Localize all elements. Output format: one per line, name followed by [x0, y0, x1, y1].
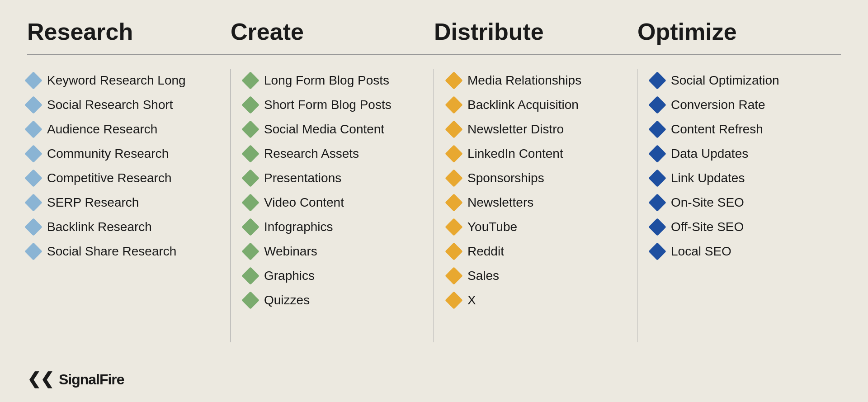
item-label: Media Relationships: [467, 73, 581, 88]
diamond-icon: [648, 218, 666, 236]
list-item: Off-Site SEO: [651, 220, 827, 234]
list-item: Content Refresh: [651, 122, 827, 137]
diamond-icon: [445, 71, 463, 90]
diamond-icon: [24, 120, 42, 138]
diamond-icon: [445, 242, 463, 260]
logo-icon: ❮❮: [27, 369, 53, 388]
list-item: Conversion Rate: [651, 98, 827, 112]
list-item: Link Updates: [651, 171, 827, 185]
item-label: Video Content: [264, 195, 344, 210]
diamond-icon: [445, 169, 463, 187]
logo-text: SignalFire: [59, 371, 124, 388]
item-label: Infographics: [264, 220, 333, 234]
diamond-icon: [241, 242, 259, 260]
list-item: Video Content: [244, 195, 420, 210]
list-item: YouTube: [448, 220, 623, 234]
list-item: On-Site SEO: [651, 195, 827, 210]
diamond-icon: [241, 291, 259, 309]
list-item: Research Assets: [244, 147, 420, 161]
list-item: Newsletter Distro: [448, 122, 623, 137]
distribute-column: Media Relationships Backlink Acquisition…: [434, 69, 637, 342]
diamond-icon: [445, 218, 463, 236]
item-label: Graphics: [264, 269, 315, 283]
item-label: Backlink Acquisition: [467, 98, 579, 112]
item-label: LinkedIn Content: [467, 147, 563, 161]
item-label: Sales: [467, 269, 499, 283]
item-label: Long Form Blog Posts: [264, 73, 389, 88]
item-label: Newsletter Distro: [467, 122, 564, 137]
list-item: X: [448, 293, 623, 307]
main-container: Research Create Distribute Optimize Keyw…: [0, 0, 868, 360]
item-label: Sponsorships: [467, 171, 544, 185]
list-item: Short Form Blog Posts: [244, 98, 420, 112]
list-item: Sales: [448, 269, 623, 283]
item-label: Social Optimization: [671, 73, 779, 88]
diamond-icon: [445, 291, 463, 309]
list-item: Webinars: [244, 244, 420, 259]
diamond-icon: [241, 120, 259, 138]
diamond-icon: [648, 120, 666, 138]
item-label: Research Assets: [264, 147, 359, 161]
list-item: Social Optimization: [651, 73, 827, 88]
item-label: Webinars: [264, 244, 317, 259]
diamond-icon: [241, 145, 259, 163]
diamond-icon: [24, 169, 42, 187]
content-row: Keyword Research Long Social Research Sh…: [27, 69, 841, 342]
diamond-icon: [24, 194, 42, 212]
item-label: Data Updates: [671, 147, 748, 161]
research-column: Keyword Research Long Social Research Sh…: [27, 69, 231, 342]
list-item: Community Research: [27, 147, 217, 161]
list-item: Keyword Research Long: [27, 73, 217, 88]
item-label: Social Share Research: [47, 244, 176, 259]
col-header-optimize: Optimize: [637, 18, 841, 45]
diamond-icon: [648, 242, 666, 260]
item-label: Reddit: [467, 244, 504, 259]
list-item: Sponsorships: [448, 171, 623, 185]
item-label: Audience Research: [47, 122, 157, 137]
diamond-icon: [241, 71, 259, 90]
item-label: Community Research: [47, 147, 169, 161]
diamond-icon: [24, 96, 42, 114]
list-item: Social Research Short: [27, 98, 217, 112]
list-item: Social Share Research: [27, 244, 217, 259]
list-item: Quizzes: [244, 293, 420, 307]
col-header-create: Create: [231, 18, 434, 45]
list-item: Backlink Acquisition: [448, 98, 623, 112]
item-label: Presentations: [264, 171, 341, 185]
diamond-icon: [445, 145, 463, 163]
item-label: Competitive Research: [47, 171, 171, 185]
item-label: Short Form Blog Posts: [264, 98, 392, 112]
item-label: Quizzes: [264, 293, 310, 307]
diamond-icon: [445, 267, 463, 285]
diamond-icon: [648, 194, 666, 212]
diamond-icon: [241, 96, 259, 114]
diamond-icon: [648, 96, 666, 114]
diamond-icon: [24, 145, 42, 163]
list-item: Backlink Research: [27, 220, 217, 234]
list-item: Social Media Content: [244, 122, 420, 137]
item-label: YouTube: [467, 220, 517, 234]
item-label: Social Research Short: [47, 98, 173, 112]
col-header-research: Research: [27, 18, 231, 45]
diamond-icon: [648, 169, 666, 187]
diamond-icon: [24, 242, 42, 260]
diamond-icon: [24, 71, 42, 90]
footer: ❮❮ SignalFire: [0, 360, 868, 402]
item-label: X: [467, 293, 476, 307]
list-item: Reddit: [448, 244, 623, 259]
diamond-icon: [241, 194, 259, 212]
item-label: Link Updates: [671, 171, 745, 185]
col-header-distribute: Distribute: [434, 18, 637, 45]
logo: ❮❮ SignalFire: [27, 369, 124, 388]
diamond-icon: [648, 145, 666, 163]
list-item: Audience Research: [27, 122, 217, 137]
item-label: Social Media Content: [264, 122, 384, 137]
diamond-icon: [445, 120, 463, 138]
item-label: On-Site SEO: [671, 195, 744, 210]
item-label: Keyword Research Long: [47, 73, 186, 88]
list-item: Long Form Blog Posts: [244, 73, 420, 88]
diamond-icon: [241, 218, 259, 236]
diamond-icon: [445, 96, 463, 114]
item-label: Local SEO: [671, 244, 731, 259]
item-label: SERP Research: [47, 195, 139, 210]
